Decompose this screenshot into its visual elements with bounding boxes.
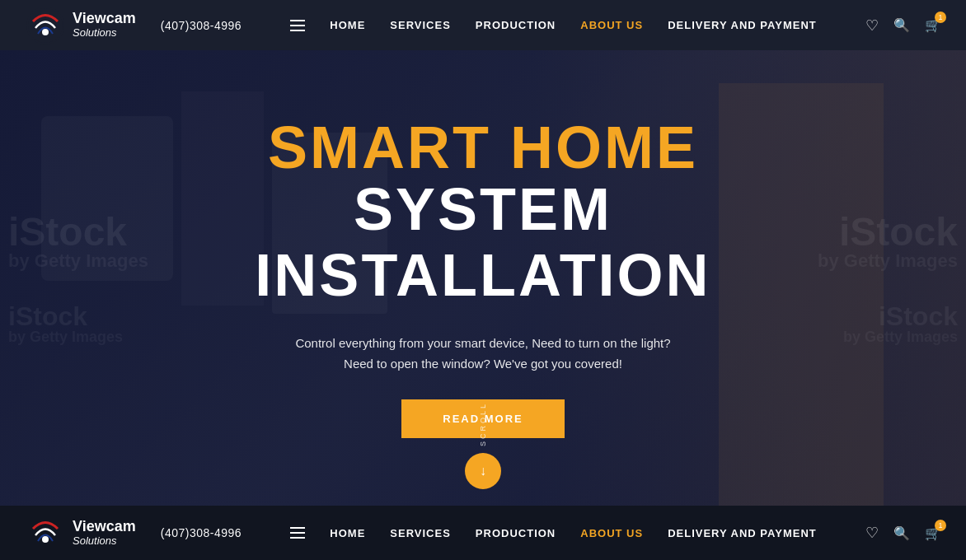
scroll-down-button[interactable]: ↓ <box>465 453 501 489</box>
footer-nav-about[interactable]: ABOUT US <box>580 527 643 539</box>
hero-content: SMART HOME SYSTEM INSTALLATION Control e… <box>112 118 854 437</box>
heart-icon: ♡ <box>865 17 879 34</box>
svg-point-2 <box>42 29 49 35</box>
nav-about[interactable]: ABOUT US <box>580 19 643 31</box>
header-phone: (407)308-4996 <box>161 19 242 32</box>
logo-icon <box>25 5 66 46</box>
footer-hamburger-menu[interactable] <box>290 527 305 539</box>
header-icons: ♡ 🔍 🛒 1 <box>865 16 941 35</box>
footer-heart-icon: ♡ <box>865 525 879 541</box>
logo-tagline: Solutions <box>73 27 136 39</box>
top-header: Viewcam Solutions (407)308-4996 HOME SER… <box>0 0 966 50</box>
search-icon: 🔍 <box>893 18 910 32</box>
hero-subtitle: Control everything from your smart devic… <box>145 333 821 375</box>
logo[interactable]: Viewcam Solutions <box>25 5 136 46</box>
footer-cart-button[interactable]: 🛒 1 <box>925 525 941 542</box>
nav-production[interactable]: PRODUCTION <box>476 19 556 31</box>
hero-subtitle-line1: Control everything from your smart devic… <box>295 336 670 350</box>
hero-section: iStock by Getty Images iStock by Getty I… <box>0 50 966 506</box>
hamburger-menu[interactable] <box>290 20 305 31</box>
footer-logo-brand: Viewcam <box>73 519 136 535</box>
footer-nav-home[interactable]: HOME <box>330 527 365 539</box>
hero-title-line2: SYSTEM INSTALLATION <box>255 176 710 307</box>
footer-cart-badge: 1 <box>935 520 946 531</box>
footer-search-button[interactable]: 🔍 <box>893 525 910 542</box>
nav-home[interactable]: HOME <box>330 19 365 31</box>
footer-nav: HOME SERVICES PRODUCTION ABOUT US DELIVE… <box>290 527 816 539</box>
hero-title-line1: SMART HOME <box>268 114 698 180</box>
hero-title: SMART HOME SYSTEM INSTALLATION <box>145 118 821 307</box>
svg-point-0 <box>27 7 63 44</box>
nav-services[interactable]: SERVICES <box>390 19 451 31</box>
footer-nav-services[interactable]: SERVICES <box>390 527 451 539</box>
scroll-label: SCROLL <box>479 402 487 446</box>
footer-nav-production[interactable]: PRODUCTION <box>476 527 556 539</box>
footer-left: Viewcam Solutions (407)308-4996 <box>25 512 242 553</box>
search-button[interactable]: 🔍 <box>893 16 910 34</box>
cart-badge: 1 <box>935 12 946 23</box>
wishlist-button[interactable]: ♡ <box>865 16 879 35</box>
logo-brand: Viewcam <box>73 11 136 27</box>
footer-search-icon: 🔍 <box>893 526 910 540</box>
svg-point-4 <box>42 536 49 543</box>
logo-text: Viewcam Solutions <box>73 11 136 39</box>
footer-logo-icon <box>25 512 66 553</box>
header-left: Viewcam Solutions (407)308-4996 <box>25 5 242 46</box>
footer-logo[interactable]: Viewcam Solutions <box>25 512 136 553</box>
main-nav: HOME SERVICES PRODUCTION ABOUT US DELIVE… <box>290 19 816 31</box>
hero-subtitle-line2: Need to open the window? We've got you c… <box>344 357 622 371</box>
footer-logo-tagline: Solutions <box>73 535 136 547</box>
nav-delivery[interactable]: DELIVERY AND PAYMENT <box>668 19 817 31</box>
arrow-down-icon: ↓ <box>480 464 486 478</box>
footer-phone: (407)308-4996 <box>161 526 242 539</box>
footer-logo-text: Viewcam Solutions <box>73 519 136 547</box>
cart-button[interactable]: 🛒 1 <box>925 16 941 34</box>
footer-nav-delivery[interactable]: DELIVERY AND PAYMENT <box>668 527 817 539</box>
footer-wishlist-button[interactable]: ♡ <box>865 524 879 542</box>
footer-header: Viewcam Solutions (407)308-4996 HOME SER… <box>0 506 966 560</box>
footer-icons: ♡ 🔍 🛒 1 <box>865 524 941 542</box>
scroll-indicator[interactable]: SCROLL ↓ <box>465 402 501 489</box>
